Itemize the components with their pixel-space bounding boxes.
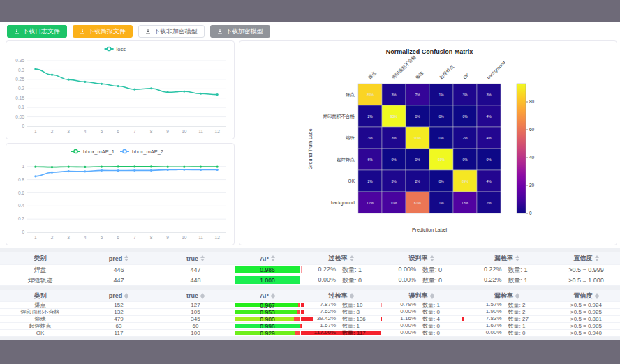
- svg-text:4%: 4%: [486, 114, 492, 119]
- sort-caret-icon[interactable]: [350, 293, 354, 299]
- column-header-漏检率[interactable]: 漏检率: [462, 290, 552, 302]
- ap-cell: 0.986: [234, 265, 301, 275]
- matrix-row-label: 焊印面积不合格: [323, 114, 355, 119]
- sort-caret-icon[interactable]: [271, 255, 275, 261]
- column-header-过检率[interactable]: 过检率: [301, 290, 381, 302]
- column-header-pred[interactable]: pred: [80, 290, 157, 302]
- svg-text:0: 0: [529, 211, 532, 215]
- confidence-cell: >0.5 = 0.940: [552, 330, 620, 337]
- download-icon: [217, 29, 223, 34]
- sort-caret-icon[interactable]: [430, 293, 434, 299]
- download-log-button[interactable]: 下载日志文件: [7, 25, 67, 38]
- over-detect-rate-cell: 1.67%数量: 1: [301, 323, 381, 330]
- matrix-col-label: 起焊炸点: [438, 63, 455, 80]
- svg-text:10: 10: [182, 129, 187, 134]
- svg-text:3%: 3%: [391, 136, 397, 140]
- sort-caret-icon[interactable]: [271, 293, 275, 299]
- sort-caret-icon[interactable]: [595, 255, 599, 261]
- svg-text:7: 7: [133, 129, 136, 134]
- defect-classes-table: 类别predtrueAP过检率误判率漏检率置信度爆点1521270.9677.8…: [0, 290, 620, 337]
- svg-text:0.15: 0.15: [15, 96, 24, 100]
- column-header-true[interactable]: true: [157, 252, 234, 265]
- pred-cell: 132: [80, 309, 157, 316]
- sort-caret-icon[interactable]: [124, 255, 128, 261]
- download-encrypted-model-button[interactable]: 下载加密模型: [210, 25, 270, 38]
- ap-cell: 0.967: [234, 302, 301, 309]
- column-header-label: 置信度: [574, 254, 593, 263]
- svg-text:0.1: 0.1: [18, 105, 24, 109]
- svg-text:89%: 89%: [462, 179, 469, 183]
- sort-caret-icon[interactable]: [515, 255, 519, 261]
- column-header-label: 漏检率: [494, 291, 513, 301]
- rate-percent: 0.22%: [473, 266, 502, 275]
- ap-cell: 0.929: [234, 330, 301, 337]
- svg-text:0.8: 0.8: [18, 177, 24, 182]
- svg-text:0: 0: [22, 123, 24, 128]
- rate-count: 数量: 8: [342, 309, 376, 316]
- svg-text:0.6: 0.6: [18, 190, 24, 195]
- rate-count: 数量: 0: [342, 276, 376, 285]
- button-label: 下载加密模型: [226, 27, 263, 36]
- svg-text:93%: 93%: [390, 114, 398, 119]
- sort-caret-icon[interactable]: [200, 293, 205, 299]
- svg-text:85%: 85%: [367, 93, 374, 97]
- column-header-误判率[interactable]: 误判率: [381, 252, 462, 265]
- confidence-cell: >0.5 = 0.925: [552, 309, 620, 316]
- column-header-ap[interactable]: AP: [234, 252, 301, 265]
- misjudge-rate-cell: 0.00%数量: 0: [381, 309, 462, 316]
- svg-text:2%: 2%: [462, 136, 468, 140]
- sort-caret-icon[interactable]: [595, 293, 599, 299]
- class-name-cell: OK: [0, 330, 80, 337]
- column-header-class: 类别: [0, 290, 80, 302]
- svg-text:4%: 4%: [486, 136, 492, 140]
- rate-percent: 1.67%: [307, 323, 336, 330]
- metrics-tables-zone: 类别predtrueAP过检率误判率漏检率置信度焊盘4464470.9860.2…: [0, 248, 620, 340]
- rate-percent: 7.62%: [307, 309, 336, 316]
- table-row: 焊印面积不合格1321050.9537.62%数量: 80.00%数量: 01.…: [0, 309, 620, 316]
- download-report-button[interactable]: 下载简报文件: [73, 25, 133, 38]
- column-header-label: true: [186, 255, 198, 262]
- column-header-pred[interactable]: pred: [80, 252, 157, 265]
- column-header-ap[interactable]: AP: [234, 290, 301, 302]
- svg-text:3%: 3%: [486, 93, 492, 97]
- column-header-漏检率[interactable]: 漏检率: [462, 252, 552, 265]
- column-header-true[interactable]: true: [157, 290, 234, 302]
- table-row: 焊缝轨迹4474481.0000.00%数量: 00.00%数量: 00.22%…: [0, 275, 620, 286]
- column-header-label: 过检率: [329, 291, 348, 301]
- sort-caret-icon[interactable]: [350, 255, 354, 261]
- column-header-过检率[interactable]: 过检率: [301, 252, 381, 265]
- svg-text:2: 2: [51, 129, 54, 134]
- rate-count: 数量: 4: [422, 316, 456, 323]
- ap-value: 0.967: [234, 302, 301, 309]
- svg-text:3%: 3%: [391, 93, 397, 97]
- svg-text:10: 10: [182, 235, 187, 240]
- download-unencrypted-model-button[interactable]: 下载非加密模型: [138, 25, 205, 38]
- svg-text:0%: 0%: [391, 158, 397, 162]
- column-header-误判率[interactable]: 误判率: [381, 290, 462, 302]
- chart-legend[interactable]: loss: [105, 46, 126, 52]
- sort-caret-icon[interactable]: [200, 255, 205, 261]
- svg-text:1: 1: [34, 129, 37, 134]
- sort-caret-icon[interactable]: [515, 293, 519, 299]
- column-header-label: true: [186, 292, 198, 299]
- rate-percent: 39.42%: [307, 316, 336, 323]
- confidence-cell: >0.5 = 1.000: [552, 275, 620, 286]
- svg-text:0%: 0%: [438, 136, 444, 140]
- svg-text:8: 8: [150, 129, 153, 134]
- svg-text:3: 3: [67, 129, 70, 134]
- svg-text:1: 1: [22, 164, 24, 169]
- svg-text:0%: 0%: [486, 158, 492, 162]
- miss-rate-cell: 1.90%数量: 2: [462, 309, 552, 316]
- matrix-col-label: background: [486, 59, 507, 80]
- sort-caret-icon[interactable]: [124, 293, 128, 299]
- over-detect-rate-cell: 7.62%数量: 8: [301, 309, 381, 316]
- ap-value: 0.900: [234, 316, 301, 323]
- svg-text:11%: 11%: [390, 201, 397, 205]
- svg-text:5: 5: [101, 129, 103, 134]
- column-header-置信度[interactable]: 置信度: [552, 290, 620, 302]
- misjudge-rate-cell: 0.00%数量: 0: [381, 323, 462, 330]
- chart-legend[interactable]: bbox_mAP_1bbox_mAP_2: [71, 149, 163, 155]
- column-header-置信度[interactable]: 置信度: [552, 252, 620, 265]
- sort-caret-icon[interactable]: [430, 255, 434, 261]
- rate-count: 数量: 27: [508, 316, 542, 323]
